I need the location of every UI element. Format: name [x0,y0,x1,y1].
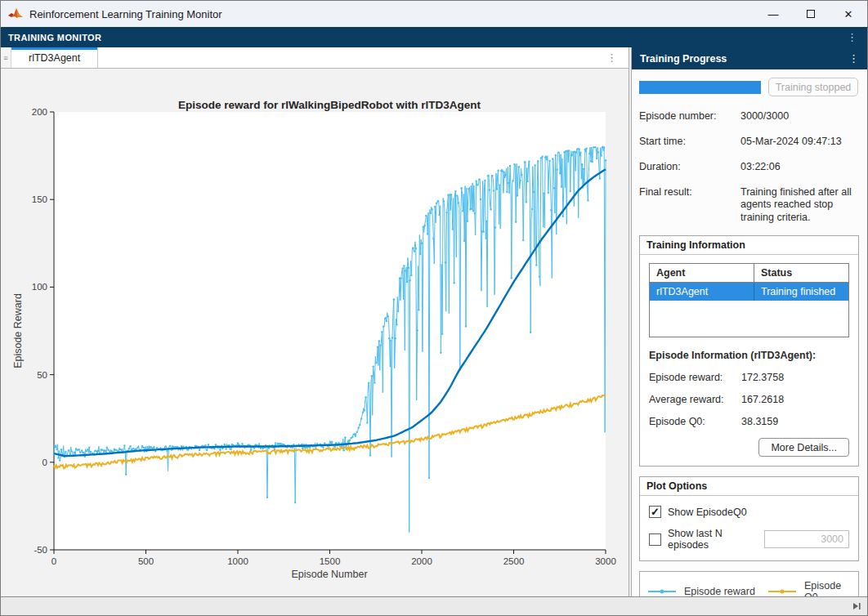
panel-title: Training Progress [640,53,727,65]
duration-label: Duration: [639,161,740,172]
svg-text:0: 0 [51,556,56,566]
column-header-status: Status [754,264,848,283]
start-time-value: 05-Mar-2024 09:47:13 [740,136,857,147]
episode-reward-value: 172.3758 [741,372,849,383]
average-reward-value: 167.2618 [741,394,849,405]
legend-item-episode-q0: Episode Q0 [768,580,855,596]
legend-item-episode-reward: Episode reward [648,580,768,596]
progress-bar-fill [639,81,761,94]
legend-label: Episode reward [684,586,755,596]
close-button[interactable]: ✕ [830,1,867,27]
figure-area: Episode reward for rlWalkingBipedRobot w… [1,69,629,601]
episode-q0-swatch-icon [768,591,796,592]
final-result-label: Final result: [639,186,740,224]
svg-text:-50: -50 [34,545,47,555]
episode-number-label: Episode number: [639,110,740,122]
training-information-title: Training Information [640,236,858,255]
toolstrip: TRAINING MONITOR ⋮ [1,27,867,47]
episode-q0-label: Episode Q0: [649,416,741,427]
tab-rltd3agent[interactable]: rlTD3Agent [11,47,98,68]
agent-cell: rlTD3Agent [650,283,754,301]
toolstrip-kebab-icon[interactable]: ⋮ [847,32,857,42]
svg-text:2500: 2500 [503,556,525,566]
episode-information-title: Episode Information (rlTD3Agent): [649,350,849,361]
training-progress-panel: Training Progress ⋮ Training stopped Epi… [632,47,867,596]
chart-xlabel: Episode Number [291,569,367,580]
table-row[interactable]: rlTD3Agent Training finished [650,283,848,301]
column-header-agent: Agent [650,264,754,283]
svg-text:500: 500 [138,556,154,566]
expand-right-icon[interactable] [852,601,861,611]
progress-bar [639,81,761,94]
show-last-n-label: Show last N episodes [668,528,764,551]
svg-text:50: 50 [37,370,47,380]
reward-chart: Episode reward for rlWalkingBipedRobot w… [1,69,629,598]
toolstrip-tab-training-monitor[interactable]: TRAINING MONITOR [8,33,101,42]
start-time-label: Start time: [639,136,740,147]
matlab-logo-icon [8,7,23,20]
maximize-button[interactable] [792,1,830,27]
chart-title: Episode reward for rlWalkingBipedRobot w… [178,99,481,111]
maximize-icon [807,10,815,18]
tab-strip: ≡ rlTD3Agent ⋮ [1,47,629,69]
show-episodeq0-checkbox[interactable]: ✓ [649,506,661,518]
minimize-button[interactable]: — [754,1,792,27]
svg-text:3000: 3000 [595,556,616,566]
drag-grip-icon[interactable]: ≡ [1,47,11,68]
more-details-button[interactable]: More Details... [758,438,849,457]
final-result-value: Training finished after all agents reach… [740,186,857,224]
svg-text:200: 200 [32,107,47,117]
episode-reward-swatch-icon [648,591,676,592]
document-pane: ≡ rlTD3Agent ⋮ Episode reward for rlWalk… [1,47,629,596]
n-episodes-input[interactable] [764,530,849,548]
status-cell: Training finished [754,283,848,301]
close-icon: ✕ [844,8,853,20]
episode-reward-label: Episode reward: [649,372,741,383]
duration-value: 03:22:06 [740,161,857,172]
chart-legend: Episode reward Episode Q0 Average reward [639,571,859,596]
chart-ylabel: Episode Reward [12,293,24,368]
panel-header: Training Progress ⋮ [632,47,867,69]
window-title: Reinforcement Learning Training Monitor [29,8,222,20]
agent-status-table: Agent Status rlTD3Agent Training finishe… [649,263,849,337]
show-episodeq0-label: Show EpisodeQ0 [668,507,747,518]
show-last-n-checkbox[interactable] [649,533,661,546]
svg-text:1000: 1000 [227,556,248,566]
legend-label: Episode Q0 [804,580,855,596]
svg-text:1500: 1500 [320,556,341,566]
minimize-icon: — [768,8,779,20]
episode-number-value: 3000/3000 [740,110,857,122]
training-stopped-button[interactable]: Training stopped [768,78,858,96]
tab-label: rlTD3Agent [29,52,80,64]
title-bar: Reinforcement Learning Training Monitor … [1,1,867,27]
svg-text:2000: 2000 [411,556,432,566]
average-reward-label: Average reward: [649,394,741,405]
episode-q0-value: 38.3159 [741,416,849,427]
svg-text:100: 100 [32,282,47,292]
panel-kebab-icon[interactable]: ⋮ [848,53,859,64]
svg-text:0: 0 [43,458,47,467]
app-window: Reinforcement Learning Training Monitor … [0,0,868,616]
table-empty-area [650,301,848,337]
plot-options-box: Plot Options ✓ Show EpisodeQ0 Show last … [639,476,859,561]
plot-options-title: Plot Options [640,477,858,496]
training-information-box: Training Information Agent Status rlTD3A… [639,235,859,466]
tabstrip-kebab-icon[interactable]: ⋮ [606,51,617,64]
svg-text:150: 150 [32,194,47,204]
